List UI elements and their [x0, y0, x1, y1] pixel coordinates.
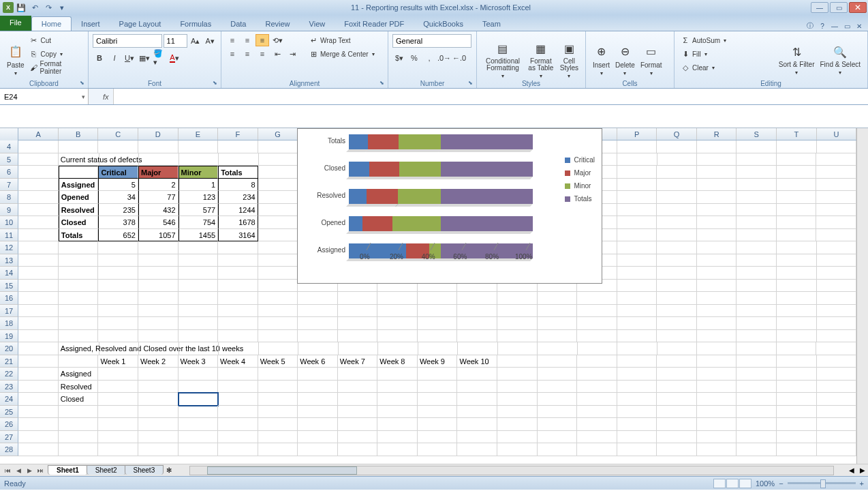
cell-O16[interactable] [577, 292, 617, 305]
cell-P13[interactable] [617, 254, 657, 267]
cell-P25[interactable] [617, 406, 657, 419]
cell-C9[interactable]: 235 [98, 204, 138, 217]
cell-S8[interactable] [737, 191, 777, 204]
cell-S16[interactable] [737, 292, 777, 305]
cell-S4[interactable] [737, 140, 777, 153]
cell-H24[interactable] [298, 393, 338, 406]
cell-C24[interactable] [98, 393, 138, 406]
cell-U17[interactable] [817, 305, 856, 318]
cell-C13[interactable] [98, 254, 138, 267]
cell-K18[interactable] [418, 317, 458, 330]
tab-insert[interactable]: Insert [72, 17, 110, 31]
cell-E28[interactable] [179, 443, 219, 456]
cell-U11[interactable] [816, 229, 856, 242]
cell-I17[interactable] [338, 305, 378, 318]
cell-G11[interactable] [258, 229, 298, 242]
cell-D15[interactable] [138, 280, 179, 293]
cell-S5[interactable] [737, 153, 776, 166]
comma-button[interactable]: , [422, 52, 436, 64]
cell-E24[interactable] [179, 393, 219, 406]
file-tab[interactable]: File [0, 16, 31, 31]
col-header-T[interactable]: T [777, 128, 817, 140]
cell-J27[interactable] [377, 431, 418, 444]
cell-C7[interactable]: 5 [98, 179, 138, 192]
cell-A24[interactable] [18, 393, 59, 406]
cell-B14[interactable] [59, 267, 99, 280]
cell-U15[interactable] [817, 280, 856, 293]
cell-A5[interactable] [18, 153, 58, 166]
cell-C17[interactable] [98, 305, 138, 318]
cell-G6[interactable] [258, 166, 298, 179]
cell-S15[interactable] [737, 280, 777, 293]
row-header-24[interactable]: 24 [0, 393, 18, 406]
cell-B25[interactable] [59, 406, 99, 419]
cut-button[interactable]: ✂Cut [27, 34, 84, 46]
cell-A4[interactable] [18, 140, 59, 153]
cell-I27[interactable] [338, 431, 378, 444]
cell-R21[interactable] [697, 355, 737, 368]
cell-F24[interactable] [218, 393, 258, 406]
col-header-B[interactable]: B [59, 128, 99, 140]
conditional-formatting-button[interactable]: ▤Conditional Formatting▾ [481, 33, 525, 87]
percent-button[interactable]: % [407, 52, 421, 64]
cell-E21[interactable]: Week 3 [179, 355, 219, 368]
alignment-expand-icon[interactable]: ⬊ [379, 80, 386, 87]
cell-I24[interactable] [338, 393, 378, 406]
row-header-19[interactable]: 19 [0, 330, 18, 343]
cell-K26[interactable] [418, 418, 458, 431]
delete-button[interactable]: ⊖Delete▾ [613, 33, 638, 87]
cell-J18[interactable] [377, 317, 418, 330]
cell-P14[interactable] [617, 267, 657, 280]
cell-B21[interactable] [59, 355, 99, 368]
align-middle-button[interactable]: ≡ [241, 34, 254, 46]
cell-D11[interactable]: 1057 [138, 229, 179, 242]
fx-icon[interactable]: fx [103, 93, 109, 101]
cell-U25[interactable] [817, 406, 856, 419]
horizontal-scrollbar[interactable] [189, 466, 834, 475]
cell-G5[interactable] [259, 153, 298, 166]
cell-M18[interactable] [497, 317, 538, 330]
cell-Q10[interactable] [657, 216, 697, 229]
cell-P5[interactable] [617, 153, 657, 166]
cell-K20[interactable] [418, 342, 458, 355]
cell-R23[interactable] [697, 381, 737, 393]
cell-T16[interactable] [777, 292, 817, 305]
row-header-4[interactable]: 4 [0, 140, 18, 153]
cell-C5[interactable] [99, 153, 139, 166]
cell-E12[interactable] [179, 241, 219, 254]
cell-P17[interactable] [617, 305, 657, 318]
cell-D17[interactable] [138, 305, 179, 318]
cell-N17[interactable] [538, 305, 578, 318]
cell-G4[interactable] [258, 140, 298, 153]
cell-J25[interactable] [377, 406, 418, 419]
cell-D19[interactable] [138, 330, 179, 343]
cell-S23[interactable] [737, 381, 777, 393]
tab-nav-first-icon[interactable]: ⏮ [3, 467, 12, 474]
align-center-button[interactable]: ≡ [241, 48, 254, 60]
row-header-17[interactable]: 17 [0, 305, 18, 318]
cell-G28[interactable] [258, 443, 298, 456]
cell-P19[interactable] [617, 330, 657, 343]
cell-T4[interactable] [777, 140, 817, 153]
cell-B15[interactable] [59, 280, 99, 293]
cell-A13[interactable] [18, 254, 59, 267]
cell-G25[interactable] [258, 406, 298, 419]
cell-S25[interactable] [737, 406, 777, 419]
cell-S27[interactable] [737, 431, 777, 444]
cell-C23[interactable] [98, 381, 138, 393]
cell-E19[interactable] [179, 330, 219, 343]
cell-I18[interactable] [338, 317, 378, 330]
cell-N27[interactable] [538, 431, 578, 444]
cell-N26[interactable] [538, 418, 578, 431]
cell-N25[interactable] [538, 406, 578, 419]
cell-P10[interactable] [617, 216, 657, 229]
cell-F17[interactable] [218, 305, 258, 318]
cell-B22[interactable]: Assigned [59, 368, 99, 381]
bold-button[interactable]: B [93, 52, 106, 64]
cell-E6[interactable]: Minor [179, 166, 219, 179]
row-header-8[interactable]: 8 [0, 191, 18, 204]
cell-O26[interactable] [577, 418, 617, 431]
cell-A9[interactable] [18, 204, 59, 217]
cell-D16[interactable] [138, 292, 179, 305]
cell-Q9[interactable] [657, 204, 697, 217]
